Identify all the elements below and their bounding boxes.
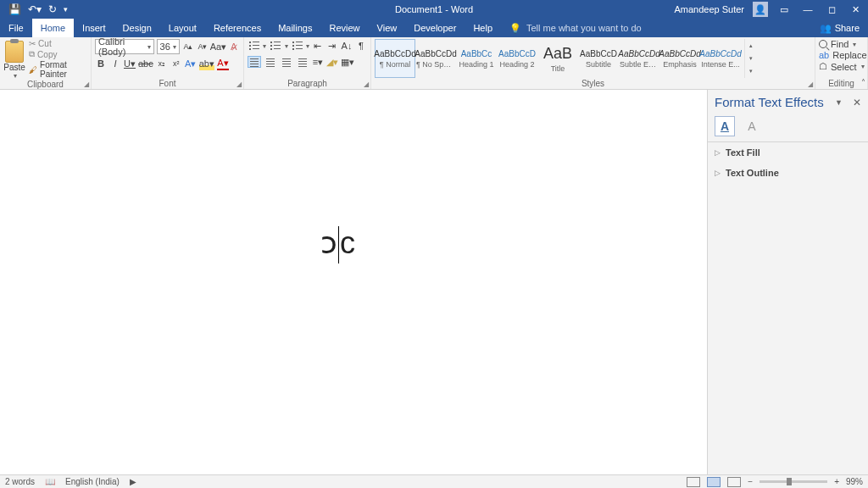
superscript-button[interactable]: x²	[170, 57, 182, 70]
redo-icon[interactable]: ↻	[48, 3, 57, 15]
minimize-icon[interactable]: —	[800, 4, 815, 14]
paragraph-dialog-launcher-icon[interactable]: ◢	[364, 80, 369, 88]
save-icon[interactable]: 💾	[8, 3, 21, 15]
sort-button[interactable]: A↓	[341, 39, 353, 53]
strikethrough-button[interactable]: abc	[138, 57, 153, 70]
font-dialog-launcher-icon[interactable]: ◢	[236, 80, 242, 88]
shrink-font-button[interactable]: A▾	[197, 40, 209, 53]
tell-me-search[interactable]: 💡 Tell me what you want to do	[509, 19, 642, 37]
tab-view[interactable]: View	[369, 19, 406, 37]
zoom-in-button[interactable]: +	[834, 477, 839, 486]
align-center-button[interactable]	[264, 56, 277, 68]
copy-button[interactable]: ⧉Copy	[29, 49, 87, 59]
zoom-slider[interactable]	[760, 480, 827, 483]
cut-button[interactable]: ✂Cut	[29, 39, 87, 48]
highlight-button[interactable]: ab▾	[199, 57, 214, 70]
clipboard-dialog-launcher-icon[interactable]: ◢	[84, 80, 89, 88]
language-status[interactable]: English (India)	[65, 477, 120, 486]
undo-icon[interactable]: ↶▾	[28, 3, 42, 15]
italic-button[interactable]: I	[109, 57, 121, 70]
paste-icon	[5, 41, 24, 63]
font-color-button[interactable]: A▾	[217, 57, 229, 70]
ribbon-options-icon[interactable]: ▭	[776, 4, 792, 15]
spellcheck-icon[interactable]: 📖	[45, 477, 55, 486]
grow-font-button[interactable]: A▴	[182, 40, 194, 53]
decrease-indent-button[interactable]: ⇤	[312, 39, 324, 53]
align-left-button[interactable]	[248, 56, 261, 68]
print-layout-button[interactable]	[707, 477, 721, 487]
styles-gallery[interactable]: AaBbCcDd¶ NormalAaBbCcDd¶ No Spac...AaBb…	[375, 39, 741, 78]
zoom-out-button[interactable]: −	[748, 477, 753, 486]
search-icon	[819, 40, 827, 48]
group-label-editing: Editing	[819, 79, 864, 89]
tab-developer[interactable]: Developer	[405, 19, 465, 37]
zoom-level[interactable]: 99%	[846, 477, 863, 486]
select-button[interactable]: ☖Select▾	[819, 61, 867, 72]
style--no-spac-[interactable]: AaBbCcDd¶ No Spac...	[415, 39, 456, 78]
underline-button[interactable]: U▾	[124, 57, 136, 70]
paste-dropdown-icon[interactable]: ▾	[14, 72, 17, 80]
tab-insert[interactable]: Insert	[74, 19, 114, 37]
borders-button[interactable]: ▦▾	[341, 55, 354, 69]
sidepane-tab-text-fill[interactable]: A	[715, 116, 735, 136]
tab-layout[interactable]: Layout	[160, 19, 205, 37]
change-case-button[interactable]: Aa▾	[211, 40, 225, 53]
style-heading-2[interactable]: AaBbCcDHeading 2	[497, 39, 537, 78]
justify-button[interactable]	[296, 56, 309, 68]
increase-indent-button[interactable]: ⇥	[326, 39, 338, 53]
section-text-outline[interactable]: ▷Text Outline	[708, 163, 868, 183]
bold-button[interactable]: B	[95, 57, 107, 70]
shading-button[interactable]: ◢▾	[326, 55, 338, 69]
macro-status-icon[interactable]: ▶	[130, 477, 136, 486]
user-name[interactable]: Amandeep Suter	[674, 4, 744, 14]
align-right-button[interactable]	[280, 56, 293, 68]
tab-home[interactable]: Home	[32, 19, 74, 37]
style--normal[interactable]: AaBbCcDd¶ Normal	[375, 39, 415, 78]
share-icon: 👥	[820, 23, 832, 34]
web-layout-button[interactable]	[727, 477, 741, 487]
tab-file[interactable]: File	[0, 19, 32, 37]
tab-mailings[interactable]: Mailings	[270, 19, 320, 37]
document-canvas[interactable]: ↄc	[0, 90, 707, 474]
maximize-icon[interactable]: ◻	[824, 4, 839, 15]
style-title[interactable]: AaBTitle	[537, 39, 578, 78]
show-marks-button[interactable]: ¶	[355, 39, 367, 53]
share-button[interactable]: 👥 Share	[811, 19, 868, 37]
read-mode-button[interactable]	[687, 477, 700, 487]
font-name-combo[interactable]: Calibri (Body)▾	[95, 39, 154, 54]
tab-review[interactable]: Review	[321, 19, 369, 37]
numbering-button[interactable]	[269, 40, 281, 52]
style-subtle-em-[interactable]: AaBbCcDdSubtle Em...	[619, 39, 659, 78]
qat-more-icon[interactable]: ▾	[64, 5, 68, 14]
group-clipboard: Paste ▾ ✂Cut ⧉Copy 🖌Format Painter Clipb…	[0, 37, 92, 89]
style-intense-e-[interactable]: AaBbCcDdIntense E...	[700, 39, 741, 78]
paste-button[interactable]: Paste ▾	[3, 39, 25, 80]
format-painter-button[interactable]: 🖌Format Painter	[29, 60, 87, 79]
sidepane-close-icon[interactable]: ✕	[853, 97, 861, 108]
styles-more-button[interactable]: ▴▾▾	[744, 39, 756, 78]
styles-dialog-launcher-icon[interactable]: ◢	[808, 80, 813, 88]
word-count[interactable]: 2 words	[5, 477, 35, 486]
line-spacing-button[interactable]: ≡▾	[312, 55, 324, 69]
tab-help[interactable]: Help	[465, 19, 501, 37]
sidepane-options-icon[interactable]: ▼	[835, 98, 843, 107]
style-heading-1[interactable]: AaBbCcHeading 1	[456, 39, 497, 78]
close-icon[interactable]: ✕	[848, 4, 863, 15]
bullets-button[interactable]	[248, 40, 259, 52]
find-button[interactable]: Find▾	[819, 39, 867, 49]
section-text-fill[interactable]: ▷Text Fill	[708, 142, 868, 163]
subscript-button[interactable]: x₂	[156, 57, 168, 70]
user-avatar-icon[interactable]: 👤	[753, 2, 768, 17]
sidepane-tab-text-effects[interactable]: A	[742, 116, 762, 136]
style-emphasis[interactable]: AaBbCcDdEmphasis	[659, 39, 700, 78]
text-effects-button[interactable]: A▾	[185, 57, 197, 70]
font-size-combo[interactable]: 36▾	[157, 39, 180, 54]
group-font: Calibri (Body)▾ 36▾ A▴ A▾ Aa▾ A̷ B I U▾ …	[92, 37, 244, 89]
clear-formatting-button[interactable]: A̷	[228, 40, 240, 53]
replace-button[interactable]: abReplace	[819, 50, 867, 60]
tab-references[interactable]: References	[205, 19, 270, 37]
tab-design[interactable]: Design	[114, 19, 160, 37]
multilevel-list-button[interactable]	[291, 40, 303, 52]
style-subtitle[interactable]: AaBbCcDSubtitle	[578, 39, 619, 78]
collapse-ribbon-icon[interactable]: ˄	[861, 78, 865, 87]
